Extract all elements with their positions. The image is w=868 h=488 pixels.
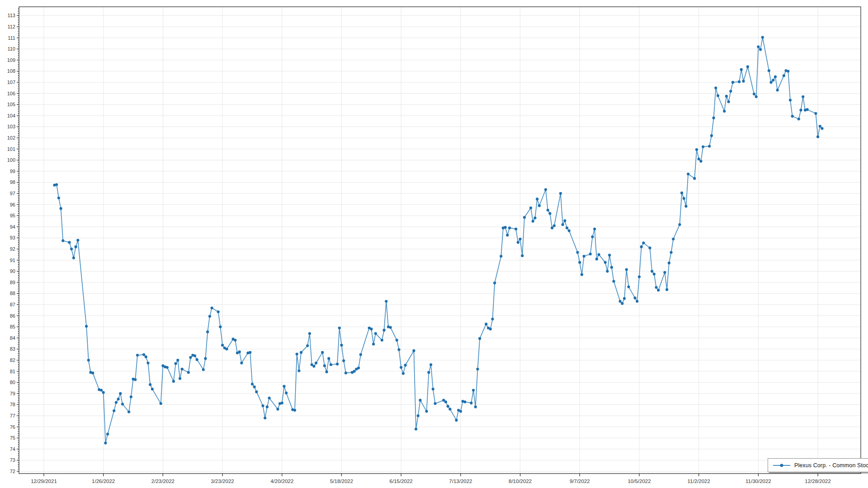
data-point[interactable]	[100, 389, 103, 391]
data-point[interactable]	[687, 173, 689, 175]
data-point[interactable]	[172, 380, 175, 383]
data-point[interactable]	[306, 344, 309, 347]
data-point[interactable]	[176, 359, 179, 361]
data-point[interactable]	[640, 245, 643, 248]
data-point[interactable]	[434, 402, 436, 405]
data-point[interactable]	[196, 358, 198, 361]
data-point[interactable]	[187, 371, 190, 374]
data-point[interactable]	[189, 356, 192, 359]
data-point[interactable]	[359, 353, 362, 356]
data-point[interactable]	[544, 188, 547, 191]
data-point[interactable]	[702, 145, 704, 148]
data-point[interactable]	[429, 363, 432, 366]
data-point[interactable]	[217, 310, 220, 313]
data-point[interactable]	[253, 385, 256, 388]
data-point[interactable]	[202, 368, 205, 371]
data-point[interactable]	[772, 79, 774, 81]
data-point[interactable]	[113, 409, 115, 412]
data-point[interactable]	[91, 371, 94, 374]
legend[interactable]: Plexus Corp. - Common Stock	[768, 458, 868, 472]
data-point[interactable]	[238, 351, 241, 353]
data-point[interactable]	[181, 368, 184, 371]
data-point[interactable]	[68, 241, 71, 244]
data-point[interactable]	[419, 399, 421, 402]
data-point[interactable]	[208, 315, 211, 318]
data-point[interactable]	[634, 296, 637, 299]
data-point[interactable]	[55, 183, 58, 186]
data-point[interactable]	[106, 433, 109, 436]
data-point[interactable]	[708, 145, 711, 148]
data-point[interactable]	[389, 326, 392, 329]
data-point[interactable]	[121, 403, 124, 405]
data-point[interactable]	[519, 238, 522, 240]
data-point[interactable]	[783, 74, 785, 77]
data-point[interactable]	[315, 361, 317, 364]
data-point[interactable]	[547, 209, 549, 211]
data-point[interactable]	[308, 332, 311, 335]
data-point[interactable]	[459, 410, 462, 413]
data-point[interactable]	[776, 89, 779, 91]
data-point[interactable]	[336, 363, 339, 366]
data-point[interactable]	[819, 125, 821, 127]
data-point[interactable]	[415, 428, 417, 431]
data-point[interactable]	[219, 325, 222, 328]
data-point[interactable]	[166, 366, 169, 369]
data-point[interactable]	[297, 369, 300, 372]
data-point[interactable]	[738, 80, 741, 83]
data-point[interactable]	[665, 288, 668, 291]
data-point[interactable]	[559, 192, 562, 195]
data-point[interactable]	[448, 408, 451, 410]
data-point[interactable]	[193, 354, 196, 357]
data-point[interactable]	[521, 254, 524, 257]
data-point[interactable]	[353, 370, 356, 373]
data-point[interactable]	[385, 300, 387, 303]
data-point[interactable]	[326, 371, 328, 373]
data-point[interactable]	[151, 388, 154, 390]
data-point[interactable]	[175, 362, 177, 365]
data-point[interactable]	[485, 323, 487, 325]
data-point[interactable]	[296, 353, 298, 356]
data-point[interactable]	[563, 219, 566, 222]
data-point[interactable]	[668, 262, 670, 264]
data-point[interactable]	[266, 405, 269, 408]
data-point[interactable]	[551, 226, 553, 229]
data-point[interactable]	[204, 357, 207, 360]
data-point[interactable]	[400, 366, 402, 369]
data-point[interactable]	[742, 80, 745, 83]
data-point[interactable]	[75, 245, 77, 248]
data-point[interactable]	[104, 441, 107, 444]
data-point[interactable]	[412, 349, 415, 352]
data-point[interactable]	[344, 371, 347, 374]
data-point[interactable]	[130, 395, 132, 398]
data-point[interactable]	[327, 357, 330, 360]
data-point[interactable]	[179, 377, 181, 380]
data-point[interactable]	[240, 361, 243, 364]
data-point[interactable]	[142, 353, 145, 356]
data-point[interactable]	[115, 401, 118, 404]
data-point[interactable]	[146, 361, 149, 364]
data-point[interactable]	[117, 398, 120, 400]
data-point[interactable]	[432, 388, 434, 390]
data-point[interactable]	[642, 242, 645, 244]
data-point[interactable]	[638, 276, 641, 278]
data-point[interactable]	[532, 220, 534, 223]
data-point[interactable]	[283, 385, 285, 388]
data-point[interactable]	[472, 389, 475, 391]
data-point[interactable]	[491, 318, 494, 320]
data-point[interactable]	[536, 197, 538, 200]
data-point[interactable]	[729, 90, 732, 93]
data-point[interactable]	[657, 289, 660, 291]
data-point[interactable]	[598, 253, 600, 256]
data-point[interactable]	[568, 230, 571, 232]
data-point[interactable]	[478, 337, 481, 340]
data-point[interactable]	[725, 95, 728, 98]
data-point[interactable]	[330, 363, 332, 366]
data-point[interactable]	[695, 148, 698, 151]
data-point[interactable]	[255, 390, 258, 393]
data-point[interactable]	[608, 254, 611, 257]
data-point[interactable]	[714, 86, 717, 89]
data-point[interactable]	[493, 282, 496, 284]
data-point[interactable]	[249, 351, 251, 354]
data-point[interactable]	[134, 378, 137, 381]
data-point[interactable]	[610, 266, 613, 269]
